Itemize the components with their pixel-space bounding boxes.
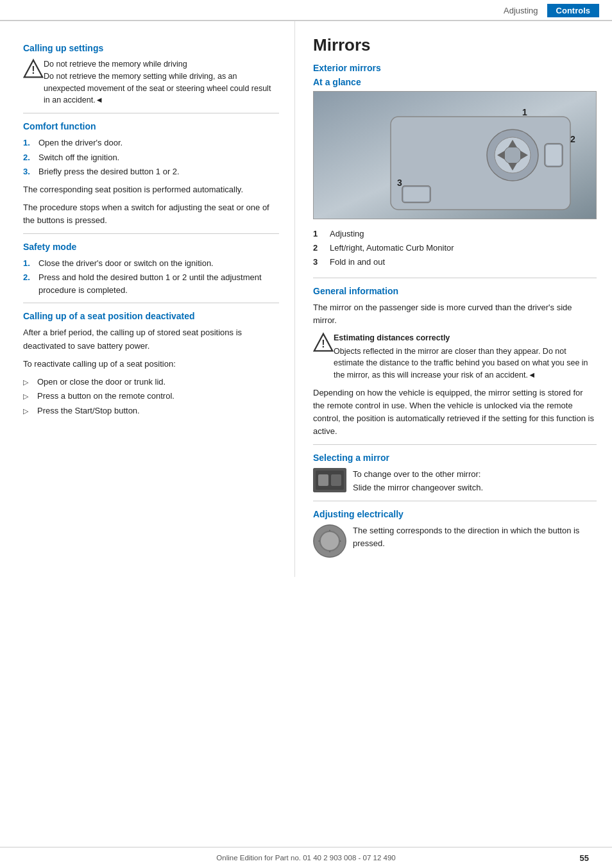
calling-up-settings-section: Calling up settings ! Do not retrieve th…: [23, 43, 279, 106]
deactivated-para-2: To reactivate calling up of a seat posit…: [23, 358, 279, 371]
svg-text:1: 1: [522, 107, 527, 117]
svg-text:2: 2: [570, 134, 575, 144]
general-information-title: General information: [313, 286, 597, 296]
separator-3: [23, 303, 279, 303]
comfort-step-3: 3.Briefly press the desired button 1 or …: [23, 165, 279, 178]
comfort-function-title: Comfort function: [23, 121, 279, 131]
legend-item-3: 3 Fold in and out: [313, 256, 597, 268]
mirror-image: 1 2 3: [313, 91, 597, 219]
separator-r2: [313, 444, 597, 445]
separator-2: [23, 233, 279, 234]
svg-point-6: [504, 146, 522, 164]
page-number: 55: [580, 853, 589, 863]
calling-up-deactivated-title: Calling up of a seat position deactivate…: [23, 311, 279, 321]
selecting-mirror-title: Selecting a mirror: [313, 453, 597, 463]
selecting-mirror-text: To change over to the other mirror: Slid…: [353, 468, 483, 494]
calling-up-deactivated-section: Calling up of a seat position deactivate…: [23, 311, 279, 417]
warning-icon: !: [23, 58, 44, 79]
safety-mode-title: Safety mode: [23, 242, 279, 252]
comfort-function-section: Comfort function 1.Open the driver's doo…: [23, 121, 279, 227]
adjusting-electrically-title: Adjusting electrically: [313, 509, 597, 519]
safety-step-2: 2.Press and hold the desired button 1 or…: [23, 271, 279, 296]
safety-step-1: 1.Close the driver's door or switch on t…: [23, 257, 279, 270]
svg-text:!: !: [31, 65, 35, 76]
comfort-step-1: 1.Open the driver's door.: [23, 137, 279, 149]
mirror-image-inner: 1 2 3: [314, 92, 596, 219]
exterior-mirrors-title: Exterior mirrors: [313, 63, 597, 73]
svg-point-26: [325, 536, 335, 546]
comfort-para-1: The corresponding seat position is perfo…: [23, 183, 279, 196]
right-column: Mirrors Exterior mirrors At a glance: [295, 21, 612, 577]
svg-point-25: [319, 531, 340, 551]
mirror-changeover-image: [313, 468, 346, 492]
deactivated-para-1: After a brief period, the calling up of …: [23, 326, 279, 352]
footer: Online Edition for Part no. 01 40 2 903 …: [0, 847, 612, 868]
calling-up-settings-title: Calling up settings: [23, 43, 279, 53]
page-content: Calling up settings ! Do not retrieve th…: [0, 21, 612, 577]
footer-text: Online Edition for Part no. 01 40 2 903 …: [216, 854, 395, 862]
left-column: Calling up settings ! Do not retrieve th…: [0, 21, 295, 577]
legend-list: 1 Adjusting 2 Left/right, Automatic Curb…: [313, 228, 597, 269]
at-a-glance-title: At a glance: [313, 77, 597, 87]
safety-steps-list: 1.Close the driver's door or switch on t…: [23, 257, 279, 297]
separator-1: [23, 113, 279, 113]
calling-up-warning-text: Do not retrieve the memory while driving…: [44, 58, 279, 106]
mirror-panel-svg: 1 2 3: [314, 92, 596, 219]
mirrors-title: Mirrors: [313, 35, 597, 55]
comfort-steps-list: 1.Open the driver's door. 2.Switch off t…: [23, 137, 279, 178]
header-adjusting-label: Adjusting: [504, 6, 538, 15]
separator-r1: [313, 278, 597, 278]
adjusting-electrically-content: The setting corresponds to the direction…: [313, 524, 597, 558]
svg-rect-23: [331, 474, 341, 486]
bullet-item-3: Press the Start/Stop button.: [23, 405, 279, 417]
selecting-mirror-content: To change over to the other mirror: Slid…: [313, 468, 597, 494]
general-info-para-2: Depending on how the vehicle is equipped…: [313, 387, 597, 438]
comfort-para-2: The procedure stops when a switch for ad…: [23, 201, 279, 227]
svg-rect-12: [546, 145, 561, 165]
general-info-para-1: The mirror on the passenger side is more…: [313, 301, 597, 327]
safety-mode-section: Safety mode 1.Close the driver's door or…: [23, 242, 279, 297]
comfort-step-2: 2.Switch off the ignition.: [23, 151, 279, 164]
general-information-section: General information The mirror on the pa…: [313, 286, 597, 438]
header-bar: Adjusting Controls: [0, 0, 612, 21]
calling-up-warning-block: ! Do not retrieve the memory while drivi…: [23, 58, 279, 106]
bullet-item-2: Press a button on the remote control.: [23, 390, 279, 403]
legend-item-2: 2 Left/right, Automatic Curb Monitor: [313, 242, 597, 254]
header-controls-label: Controls: [547, 4, 599, 17]
adjusting-button-image: [313, 524, 346, 558]
adjusting-electrically-text: The setting corresponds to the direction…: [353, 524, 597, 550]
separator-r3: [313, 501, 597, 501]
deactivated-bullet-list: Open or close the door or trunk lid. Pre…: [23, 376, 279, 417]
bullet-item-1: Open or close the door or trunk lid.: [23, 376, 279, 388]
svg-rect-22: [318, 474, 328, 486]
legend-item-1: 1 Adjusting: [313, 228, 597, 240]
adjusting-electrically-section: Adjusting electrically The setting corre…: [313, 509, 597, 558]
general-info-warning-text: Estimating distances correctly Objects r…: [334, 332, 597, 381]
svg-rect-14: [404, 187, 429, 201]
general-info-warning-icon: !: [313, 332, 334, 353]
svg-text:3: 3: [397, 178, 402, 188]
selecting-mirror-section: Selecting a mirror To change over to the…: [313, 453, 597, 494]
general-info-warning-block: ! Estimating distances correctly Objects…: [313, 332, 597, 381]
svg-text:!: !: [321, 338, 325, 349]
